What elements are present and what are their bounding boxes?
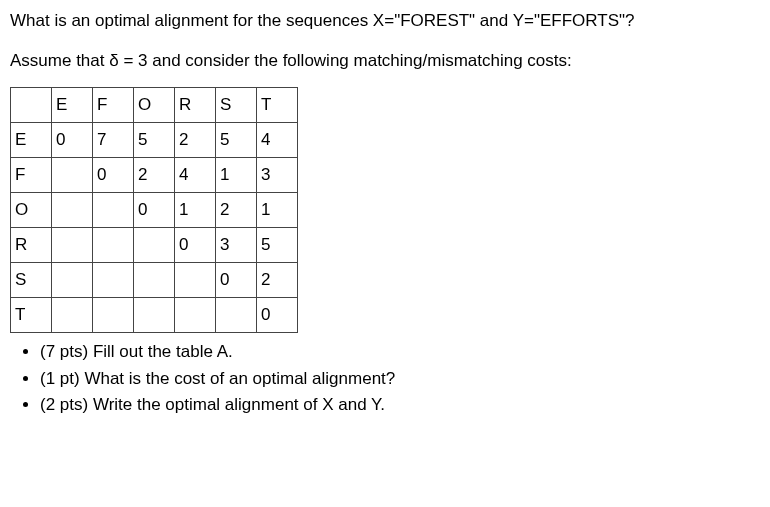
- table-row: T 0: [11, 298, 298, 333]
- cell: 1: [257, 193, 298, 228]
- cell: 5: [134, 123, 175, 158]
- cell: [93, 193, 134, 228]
- cell: 0: [257, 298, 298, 333]
- cell: 3: [216, 228, 257, 263]
- cost-table: E F O R S T E 0 7 5 2 5 4 F 0 2 4 1 3 O …: [10, 87, 298, 333]
- question-line-1: What is an optimal alignment for the seq…: [10, 8, 760, 34]
- cell: [52, 158, 93, 193]
- table-row: E 0 7 5 2 5 4: [11, 123, 298, 158]
- cell: 7: [93, 123, 134, 158]
- table-row: F 0 2 4 1 3: [11, 158, 298, 193]
- table-row: E F O R S T: [11, 88, 298, 123]
- cell: [52, 263, 93, 298]
- col-header: F: [93, 88, 134, 123]
- list-item: (1 pt) What is the cost of an optimal al…: [40, 366, 760, 392]
- row-header: E: [11, 123, 52, 158]
- cell: [175, 263, 216, 298]
- cell: [216, 298, 257, 333]
- cell: [175, 298, 216, 333]
- cell: 5: [216, 123, 257, 158]
- cell: 0: [93, 158, 134, 193]
- table-row: O 0 1 2 1: [11, 193, 298, 228]
- cell: 3: [257, 158, 298, 193]
- row-header: T: [11, 298, 52, 333]
- col-header: O: [134, 88, 175, 123]
- row-header: O: [11, 193, 52, 228]
- cell: [52, 298, 93, 333]
- col-header: E: [52, 88, 93, 123]
- cell: [134, 298, 175, 333]
- table-row: R 0 3 5: [11, 228, 298, 263]
- cell: 0: [175, 228, 216, 263]
- cell: 4: [175, 158, 216, 193]
- row-header: F: [11, 158, 52, 193]
- cell: [93, 298, 134, 333]
- col-header: R: [175, 88, 216, 123]
- cell: 1: [216, 158, 257, 193]
- cell: 2: [175, 123, 216, 158]
- cell: 5: [257, 228, 298, 263]
- cell: 0: [52, 123, 93, 158]
- cell: [93, 263, 134, 298]
- table-row: S 0 2: [11, 263, 298, 298]
- cell: 1: [175, 193, 216, 228]
- cell: 2: [257, 263, 298, 298]
- task-list: (7 pts) Fill out the table A. (1 pt) Wha…: [10, 339, 760, 418]
- col-header: S: [216, 88, 257, 123]
- col-header: T: [257, 88, 298, 123]
- cell: 0: [216, 263, 257, 298]
- list-item: (2 pts) Write the optimal alignment of X…: [40, 392, 760, 418]
- row-header: S: [11, 263, 52, 298]
- row-header: R: [11, 228, 52, 263]
- cell: [93, 228, 134, 263]
- cell: [52, 228, 93, 263]
- cell: [134, 228, 175, 263]
- question-line-2: Assume that δ = 3 and consider the follo…: [10, 48, 760, 74]
- list-item: (7 pts) Fill out the table A.: [40, 339, 760, 365]
- cell: [52, 193, 93, 228]
- cell: 2: [134, 158, 175, 193]
- cell: [134, 263, 175, 298]
- cell: 2: [216, 193, 257, 228]
- blank-cell: [11, 88, 52, 123]
- cell: 4: [257, 123, 298, 158]
- cell: 0: [134, 193, 175, 228]
